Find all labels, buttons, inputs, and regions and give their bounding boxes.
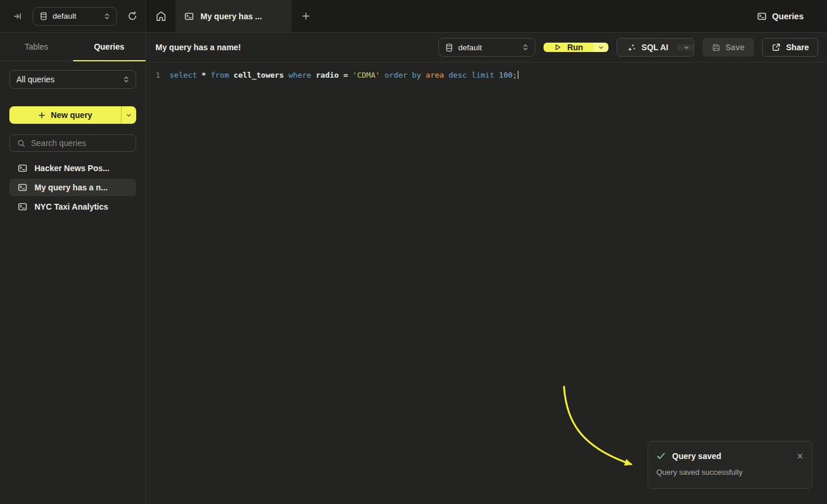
unfold-chevron-icon — [522, 43, 529, 51]
new-query-dropdown-button[interactable] — [121, 106, 136, 124]
database-select[interactable]: default — [33, 7, 117, 26]
unfold-chevron-icon — [103, 12, 110, 20]
save-icon — [712, 43, 721, 52]
query-filter-value: All queries — [16, 75, 54, 84]
queries-panel-toggle[interactable]: Queries — [757, 0, 827, 32]
query-list: Hacker News Pos...My query has a n...NYC… — [0, 159, 146, 215]
share-icon — [771, 43, 781, 52]
toast-query-saved: Query saved × Query saved successfully — [648, 441, 812, 489]
main-panel: My query has a name! default — [146, 33, 827, 504]
query-item-label: Hacker News Pos... — [34, 164, 109, 173]
toolbar-database-value: default — [458, 43, 482, 52]
sql-editor[interactable]: 1 select * from cell_towers where radio … — [146, 62, 827, 80]
run-dropdown-button[interactable] — [593, 43, 608, 52]
tab-label: My query has ... — [200, 12, 262, 21]
query-list-item[interactable]: NYC Taxi Analytics — [9, 198, 136, 215]
save-button[interactable]: Save — [703, 38, 754, 57]
play-icon — [553, 43, 562, 51]
database-icon — [40, 12, 47, 20]
toolbar-database-select[interactable]: default — [438, 38, 535, 57]
query-item-label: NYC Taxi Analytics — [34, 202, 108, 211]
terminal-icon — [18, 164, 27, 173]
search-icon — [17, 139, 26, 148]
terminal-icon — [18, 183, 27, 192]
terminal-icon — [184, 12, 194, 21]
page-title: My query has a name! — [155, 43, 241, 52]
toast-message: Query saved successfully — [656, 468, 804, 477]
sql-ai-label: SQL AI — [642, 43, 669, 52]
sidebar: Tables Queries All queries New query — [0, 33, 146, 504]
new-query-label: New query — [51, 110, 92, 120]
queries-panel-label: Queries — [772, 12, 804, 21]
query-item-label: My query has a n... — [34, 183, 108, 192]
query-filter-select[interactable]: All queries — [9, 70, 136, 89]
sidebar-tab-tables[interactable]: Tables — [0, 33, 73, 61]
query-list-item[interactable]: Hacker News Pos... — [9, 159, 136, 177]
refresh-icon[interactable] — [127, 11, 137, 21]
search-queries-box — [9, 134, 136, 152]
terminal-icon — [757, 12, 767, 21]
main-header: My query has a name! default — [146, 33, 827, 62]
new-query-button[interactable]: New query — [9, 106, 136, 124]
toast-title: Query saved — [672, 451, 721, 461]
run-button[interactable]: Run — [544, 43, 608, 52]
top-bar: default — [0, 0, 827, 33]
terminal-icon — [18, 202, 27, 211]
home-button[interactable] — [146, 0, 175, 32]
query-tab[interactable]: My query has ... — [175, 0, 292, 32]
new-tab-button[interactable] — [292, 0, 320, 32]
share-label: Share — [786, 43, 809, 52]
toolbar: default Run — [438, 38, 818, 57]
top-bar-left: default — [0, 0, 146, 32]
sql-ai-button[interactable]: SQL AI — [617, 38, 694, 57]
search-queries-input[interactable] — [31, 138, 137, 148]
plus-icon — [38, 112, 46, 119]
unfold-chevron-icon — [123, 75, 130, 84]
sparkles-icon — [627, 43, 636, 52]
sql-ai-dropdown-button[interactable] — [678, 44, 694, 51]
toast-close-button[interactable]: × — [796, 452, 804, 461]
code-line: 1 select * from cell_towers where radio … — [155, 70, 827, 80]
database-select-value: default — [53, 12, 77, 20]
query-list-item[interactable]: My query has a n... — [9, 179, 136, 196]
text-cursor — [518, 71, 519, 79]
sidebar-tabs: Tables Queries — [0, 33, 146, 61]
check-icon — [656, 452, 666, 460]
share-button[interactable]: Share — [762, 38, 818, 57]
code-content: select * from cell_towers where radio = … — [169, 70, 518, 80]
run-label: Run — [567, 43, 583, 52]
line-number: 1 — [155, 70, 160, 80]
database-icon — [445, 43, 453, 52]
tab-strip: My query has ... Queries — [146, 0, 827, 32]
sidebar-tab-queries[interactable]: Queries — [73, 33, 146, 61]
save-label: Save — [725, 43, 745, 52]
collapse-sidebar-icon[interactable] — [13, 12, 22, 21]
